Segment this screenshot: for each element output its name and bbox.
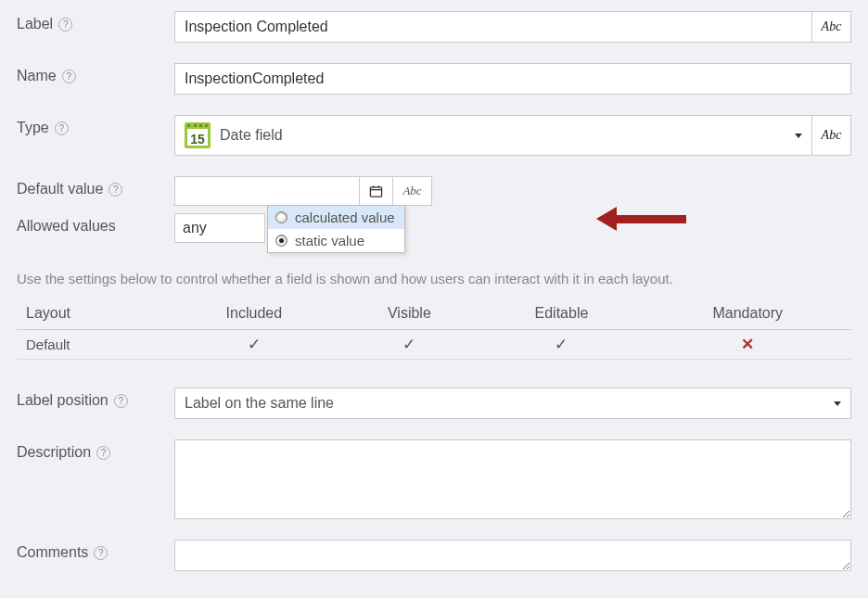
label-input[interactable] [174, 11, 812, 43]
help-icon[interactable]: ? [62, 70, 76, 83]
check-icon[interactable]: ✓ [402, 336, 415, 353]
abc-button[interactable]: Abc [812, 11, 851, 43]
help-icon[interactable]: ? [58, 18, 72, 32]
help-icon[interactable]: ? [108, 183, 122, 197]
description-label: Description [17, 444, 91, 461]
check-icon[interactable]: ✓ [555, 336, 568, 353]
type-select[interactable]: 15 Date field [174, 115, 812, 156]
description-textarea[interactable] [174, 439, 851, 519]
popup-option-label: calculated value [295, 210, 395, 225]
comments-textarea[interactable] [174, 540, 851, 571]
help-icon[interactable]: ? [94, 546, 108, 560]
date-picker-button[interactable] [360, 176, 393, 206]
abc-button[interactable]: Abc [812, 115, 851, 156]
label-position-label: Label position [17, 392, 108, 409]
popup-option-calculated[interactable]: calculated value [268, 206, 404, 229]
chevron-down-icon [834, 401, 841, 406]
radio-icon [275, 235, 287, 247]
calendar-picker-icon [369, 184, 383, 198]
popup-option-label: static value [295, 233, 364, 248]
layout-hint-text: Use the settings below to control whethe… [17, 271, 851, 286]
col-mandatory: Mandatory [645, 298, 851, 330]
default-value-input[interactable] [174, 176, 360, 206]
abc-button[interactable]: Abc [393, 176, 432, 206]
popup-option-static[interactable]: static value [268, 229, 404, 252]
help-icon[interactable]: ? [55, 121, 69, 135]
calendar-icon: 15 [185, 122, 211, 148]
help-icon[interactable]: ? [114, 394, 128, 408]
col-layout: Layout [17, 298, 168, 330]
table-row[interactable]: Default ✓ ✓ ✓ ✕ [17, 330, 851, 360]
name-field-label: Name [17, 68, 57, 84]
radio-icon [275, 211, 287, 223]
type-value: Date field [220, 127, 283, 144]
allowed-values-label: Allowed values [17, 218, 116, 235]
cross-icon[interactable]: ✕ [741, 336, 754, 353]
col-included: Included [168, 298, 339, 330]
default-value-label: Default value [17, 181, 103, 197]
label-position-value: Label on the same line [185, 395, 334, 412]
col-visible: Visible [339, 298, 479, 330]
row-layout-name: Default [17, 330, 168, 360]
label-position-select[interactable]: Label on the same line [174, 388, 851, 419]
name-input[interactable] [174, 63, 851, 95]
annotation-arrow [596, 207, 686, 231]
allowed-values-input[interactable] [174, 213, 265, 243]
label-field-label: Label [17, 16, 53, 32]
default-value-popup: calculated value static value [267, 205, 405, 253]
type-field-label: Type [17, 120, 49, 136]
help-icon[interactable]: ? [96, 446, 110, 460]
comments-label: Comments [17, 544, 88, 561]
chevron-down-icon [795, 134, 802, 138]
check-icon[interactable]: ✓ [248, 336, 261, 353]
svg-rect-0 [370, 186, 381, 196]
col-editable: Editable [479, 298, 644, 330]
layout-table: Layout Included Visible Editable Mandato… [17, 298, 851, 360]
